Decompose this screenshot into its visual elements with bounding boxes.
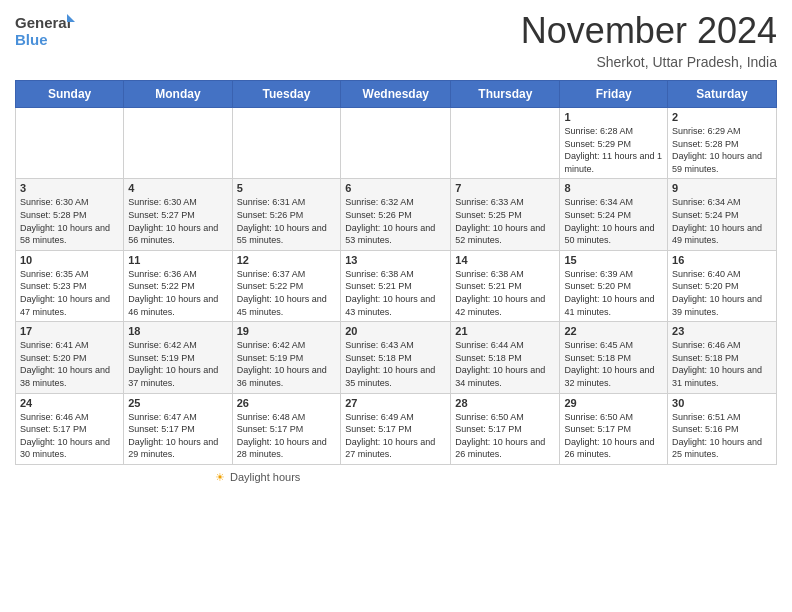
calendar-cell: 17Sunrise: 6:41 AM Sunset: 5:20 PM Dayli… (16, 322, 124, 393)
day-number: 17 (20, 325, 119, 337)
day-info: Sunrise: 6:45 AM Sunset: 5:18 PM Dayligh… (564, 339, 663, 389)
day-info: Sunrise: 6:33 AM Sunset: 5:25 PM Dayligh… (455, 196, 555, 246)
calendar-cell: 2Sunrise: 6:29 AM Sunset: 5:28 PM Daylig… (668, 108, 777, 179)
calendar-cell (16, 108, 124, 179)
day-info: Sunrise: 6:32 AM Sunset: 5:26 PM Dayligh… (345, 196, 446, 246)
weekday-header: Thursday (451, 81, 560, 108)
day-info: Sunrise: 6:35 AM Sunset: 5:23 PM Dayligh… (20, 268, 119, 318)
day-info: Sunrise: 6:37 AM Sunset: 5:22 PM Dayligh… (237, 268, 337, 318)
weekday-header: Tuesday (232, 81, 341, 108)
calendar-cell: 30Sunrise: 6:51 AM Sunset: 5:16 PM Dayli… (668, 393, 777, 464)
footer: ☀ Daylight hours (15, 471, 777, 484)
day-info: Sunrise: 6:49 AM Sunset: 5:17 PM Dayligh… (345, 411, 446, 461)
location: Sherkot, Uttar Pradesh, India (521, 54, 777, 70)
day-number: 15 (564, 254, 663, 266)
calendar-cell: 28Sunrise: 6:50 AM Sunset: 5:17 PM Dayli… (451, 393, 560, 464)
day-info: Sunrise: 6:39 AM Sunset: 5:20 PM Dayligh… (564, 268, 663, 318)
calendar-cell: 16Sunrise: 6:40 AM Sunset: 5:20 PM Dayli… (668, 250, 777, 321)
day-info: Sunrise: 6:47 AM Sunset: 5:17 PM Dayligh… (128, 411, 227, 461)
weekday-header: Saturday (668, 81, 777, 108)
calendar-cell: 10Sunrise: 6:35 AM Sunset: 5:23 PM Dayli… (16, 250, 124, 321)
day-number: 28 (455, 397, 555, 409)
day-number: 7 (455, 182, 555, 194)
day-info: Sunrise: 6:50 AM Sunset: 5:17 PM Dayligh… (564, 411, 663, 461)
day-number: 3 (20, 182, 119, 194)
weekday-header: Sunday (16, 81, 124, 108)
sun-icon: ☀ (215, 471, 225, 484)
day-number: 24 (20, 397, 119, 409)
calendar-cell: 29Sunrise: 6:50 AM Sunset: 5:17 PM Dayli… (560, 393, 668, 464)
day-number: 18 (128, 325, 227, 337)
day-info: Sunrise: 6:28 AM Sunset: 5:29 PM Dayligh… (564, 125, 663, 175)
calendar-cell: 3Sunrise: 6:30 AM Sunset: 5:28 PM Daylig… (16, 179, 124, 250)
day-number: 12 (237, 254, 337, 266)
day-number: 14 (455, 254, 555, 266)
day-info: Sunrise: 6:34 AM Sunset: 5:24 PM Dayligh… (564, 196, 663, 246)
calendar-cell: 7Sunrise: 6:33 AM Sunset: 5:25 PM Daylig… (451, 179, 560, 250)
calendar-week-row: 24Sunrise: 6:46 AM Sunset: 5:17 PM Dayli… (16, 393, 777, 464)
calendar-table: SundayMondayTuesdayWednesdayThursdayFrid… (15, 80, 777, 465)
calendar-cell: 8Sunrise: 6:34 AM Sunset: 5:24 PM Daylig… (560, 179, 668, 250)
calendar-cell (124, 108, 232, 179)
calendar-cell: 22Sunrise: 6:45 AM Sunset: 5:18 PM Dayli… (560, 322, 668, 393)
logo-svg: General Blue (15, 10, 75, 50)
calendar-cell: 15Sunrise: 6:39 AM Sunset: 5:20 PM Dayli… (560, 250, 668, 321)
calendar-cell: 5Sunrise: 6:31 AM Sunset: 5:26 PM Daylig… (232, 179, 341, 250)
day-info: Sunrise: 6:46 AM Sunset: 5:18 PM Dayligh… (672, 339, 772, 389)
page: General Blue November 2024 Sherkot, Utta… (0, 0, 792, 612)
calendar-cell: 19Sunrise: 6:42 AM Sunset: 5:19 PM Dayli… (232, 322, 341, 393)
calendar-header-row: SundayMondayTuesdayWednesdayThursdayFrid… (16, 81, 777, 108)
day-number: 25 (128, 397, 227, 409)
day-info: Sunrise: 6:51 AM Sunset: 5:16 PM Dayligh… (672, 411, 772, 461)
calendar-cell: 14Sunrise: 6:38 AM Sunset: 5:21 PM Dayli… (451, 250, 560, 321)
calendar-cell: 4Sunrise: 6:30 AM Sunset: 5:27 PM Daylig… (124, 179, 232, 250)
svg-text:General: General (15, 14, 71, 31)
weekday-header: Wednesday (341, 81, 451, 108)
day-info: Sunrise: 6:34 AM Sunset: 5:24 PM Dayligh… (672, 196, 772, 246)
month-title: November 2024 (521, 10, 777, 52)
day-info: Sunrise: 6:30 AM Sunset: 5:27 PM Dayligh… (128, 196, 227, 246)
day-info: Sunrise: 6:42 AM Sunset: 5:19 PM Dayligh… (128, 339, 227, 389)
day-number: 2 (672, 111, 772, 123)
day-number: 21 (455, 325, 555, 337)
day-number: 1 (564, 111, 663, 123)
day-info: Sunrise: 6:31 AM Sunset: 5:26 PM Dayligh… (237, 196, 337, 246)
calendar-cell: 23Sunrise: 6:46 AM Sunset: 5:18 PM Dayli… (668, 322, 777, 393)
calendar-cell: 11Sunrise: 6:36 AM Sunset: 5:22 PM Dayli… (124, 250, 232, 321)
day-info: Sunrise: 6:30 AM Sunset: 5:28 PM Dayligh… (20, 196, 119, 246)
day-number: 4 (128, 182, 227, 194)
calendar-cell: 21Sunrise: 6:44 AM Sunset: 5:18 PM Dayli… (451, 322, 560, 393)
title-section: November 2024 Sherkot, Uttar Pradesh, In… (521, 10, 777, 70)
calendar-cell (232, 108, 341, 179)
day-number: 20 (345, 325, 446, 337)
calendar-cell: 1Sunrise: 6:28 AM Sunset: 5:29 PM Daylig… (560, 108, 668, 179)
calendar-week-row: 10Sunrise: 6:35 AM Sunset: 5:23 PM Dayli… (16, 250, 777, 321)
weekday-header: Monday (124, 81, 232, 108)
header: General Blue November 2024 Sherkot, Utta… (15, 10, 777, 70)
weekday-header: Friday (560, 81, 668, 108)
calendar-cell: 6Sunrise: 6:32 AM Sunset: 5:26 PM Daylig… (341, 179, 451, 250)
calendar-cell: 18Sunrise: 6:42 AM Sunset: 5:19 PM Dayli… (124, 322, 232, 393)
day-number: 29 (564, 397, 663, 409)
day-info: Sunrise: 6:29 AM Sunset: 5:28 PM Dayligh… (672, 125, 772, 175)
svg-text:Blue: Blue (15, 31, 48, 48)
logo-graphic: General Blue (15, 10, 75, 50)
day-info: Sunrise: 6:46 AM Sunset: 5:17 PM Dayligh… (20, 411, 119, 461)
calendar-cell: 20Sunrise: 6:43 AM Sunset: 5:18 PM Dayli… (341, 322, 451, 393)
day-info: Sunrise: 6:41 AM Sunset: 5:20 PM Dayligh… (20, 339, 119, 389)
day-number: 30 (672, 397, 772, 409)
day-info: Sunrise: 6:40 AM Sunset: 5:20 PM Dayligh… (672, 268, 772, 318)
calendar-cell: 27Sunrise: 6:49 AM Sunset: 5:17 PM Dayli… (341, 393, 451, 464)
day-number: 16 (672, 254, 772, 266)
calendar-cell (341, 108, 451, 179)
calendar-cell (451, 108, 560, 179)
day-info: Sunrise: 6:42 AM Sunset: 5:19 PM Dayligh… (237, 339, 337, 389)
calendar-week-row: 3Sunrise: 6:30 AM Sunset: 5:28 PM Daylig… (16, 179, 777, 250)
day-info: Sunrise: 6:48 AM Sunset: 5:17 PM Dayligh… (237, 411, 337, 461)
day-number: 23 (672, 325, 772, 337)
day-info: Sunrise: 6:43 AM Sunset: 5:18 PM Dayligh… (345, 339, 446, 389)
calendar-cell: 24Sunrise: 6:46 AM Sunset: 5:17 PM Dayli… (16, 393, 124, 464)
calendar-week-row: 17Sunrise: 6:41 AM Sunset: 5:20 PM Dayli… (16, 322, 777, 393)
day-number: 19 (237, 325, 337, 337)
day-info: Sunrise: 6:36 AM Sunset: 5:22 PM Dayligh… (128, 268, 227, 318)
